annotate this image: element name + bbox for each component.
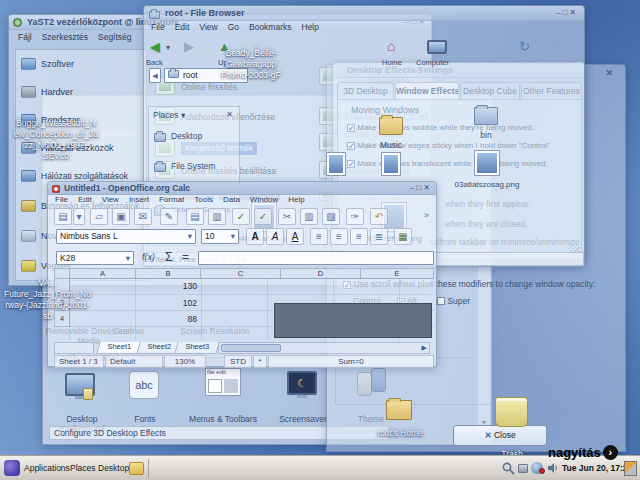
h-scrollbar[interactable]: ▶ xyxy=(218,342,430,354)
align-right-icon[interactable]: ≡ xyxy=(350,228,368,245)
yast-menu-segitseg[interactable]: Segítség xyxy=(93,32,137,42)
calc-menu-help[interactable]: Help xyxy=(283,195,309,204)
yast-menu-fajl[interactable]: Fájl xyxy=(13,32,37,42)
chevron-down-icon[interactable]: ▾ xyxy=(126,252,130,264)
tab-sheet1[interactable]: Sheet1 xyxy=(96,342,141,354)
menu-desktop[interactable]: Desktop xyxy=(98,463,129,473)
calc-menu-tools[interactable]: Tools xyxy=(189,195,218,204)
roots-home-folder-icon[interactable] xyxy=(386,400,412,420)
back-icon[interactable]: ◀ xyxy=(150,39,160,54)
fonts-icon[interactable]: abc xyxy=(129,371,159,399)
file-label-bin[interactable]: bin xyxy=(464,130,508,140)
fb-menu-view[interactable]: View xyxy=(194,22,222,32)
main-menu-icon[interactable] xyxy=(4,460,20,476)
toolbar-overflow-icon[interactable]: » xyxy=(424,210,429,220)
lf-label-screensaver[interactable]: Screensaver xyxy=(273,414,333,424)
close-button[interactable]: ✕ Close xyxy=(453,425,547,446)
new-doc-icon[interactable]: ▤ xyxy=(54,208,72,225)
spellcheck-icon[interactable]: ✓ xyxy=(232,208,250,225)
lf-label-menus-toolbars[interactable]: Menus & Toolbars xyxy=(181,414,265,424)
sum-icon[interactable]: Σ xyxy=(165,250,172,264)
sidebar-item-szoftver[interactable]: Szoftver xyxy=(21,58,74,70)
email-icon[interactable]: ✉ xyxy=(134,208,152,225)
calc-menu-edit[interactable]: Edit xyxy=(73,195,97,204)
calc-menu-file[interactable]: File xyxy=(50,195,73,204)
file-icon-02kocsonya[interactable] xyxy=(381,152,401,176)
file-icon-01kukac[interactable] xyxy=(326,152,346,176)
tab-sheet3[interactable]: Sheet3 xyxy=(174,342,219,354)
file-icon-music[interactable] xyxy=(379,117,403,135)
clock[interactable]: Tue Jun 20, 17:20 xyxy=(562,463,632,473)
fb-menu-go[interactable]: Go xyxy=(223,22,244,32)
chevron-down-icon[interactable]: ▾ xyxy=(188,230,192,243)
close-icon[interactable]: ✕ xyxy=(569,8,578,17)
align-justify-icon[interactable]: ≣ xyxy=(370,228,388,245)
font-size-combo[interactable]: 10▾ xyxy=(201,229,239,244)
close-icon[interactable]: ✕ xyxy=(423,183,432,192)
home-icon[interactable]: ⌂ xyxy=(387,38,395,54)
sheet-nav-buttons[interactable] xyxy=(54,342,94,354)
calc-status-mode[interactable]: STD xyxy=(224,355,252,368)
modifier-super[interactable]: Super xyxy=(437,296,470,306)
calc-menu-view[interactable]: View xyxy=(97,195,124,204)
screensaver-icon[interactable]: ☾ xyxy=(287,371,317,395)
equals-icon[interactable]: = xyxy=(182,250,189,264)
autospellcheck-icon[interactable]: ✓ xyxy=(254,208,272,225)
places-header[interactable]: Places ▾ xyxy=(153,110,185,120)
cell-reference-box[interactable]: K28▾ xyxy=(56,251,134,265)
file-icon-bin[interactable] xyxy=(474,107,498,125)
function-wizard-icon[interactable]: f(x) xyxy=(142,252,155,262)
paste-icon[interactable]: ▨ xyxy=(322,208,340,225)
back-dropdown-icon[interactable]: ▾ xyxy=(166,43,170,52)
menu-applications[interactable]: Applications xyxy=(24,463,70,473)
workspace-switcher[interactable] xyxy=(624,461,637,476)
places-item-file-system[interactable]: File System xyxy=(171,161,215,171)
location-spin-button[interactable]: ◀ xyxy=(149,68,161,83)
yast-menu-szerkesztes[interactable]: Szerkesztés xyxy=(37,32,93,42)
menu-places[interactable]: Places xyxy=(70,463,96,473)
calc-menu-window[interactable]: Window xyxy=(245,195,283,204)
font-name-combo[interactable]: Nimbus Sans L▾ xyxy=(56,229,196,244)
toolbar-home-label[interactable]: Home xyxy=(382,58,402,67)
menus-toolbars-icon[interactable]: file edit xyxy=(205,368,241,396)
fb-window-controls[interactable]: –□✕ xyxy=(556,8,578,17)
tray-device-icon[interactable] xyxy=(518,464,528,473)
new-dropdown-icon[interactable]: ▾ xyxy=(73,208,85,225)
calc-window-controls[interactable]: –□✕ xyxy=(410,183,432,192)
calc-menu-insert[interactable]: Insert xyxy=(124,195,154,204)
h-scroll-thumb[interactable] xyxy=(221,344,281,352)
places-item-desktop[interactable]: Desktop xyxy=(171,131,202,141)
desktop-icon-va[interactable]: VA... Future_Jazz_From_No rway-(Jazzland… xyxy=(0,278,95,322)
desktop-icon-roots-home[interactable]: root's Home xyxy=(360,428,440,439)
calc-menu-format[interactable]: Format xyxy=(154,195,189,204)
italic-icon[interactable]: A xyxy=(266,228,284,245)
fb-menu-file[interactable]: File xyxy=(146,22,170,32)
forward-icon[interactable]: ▶ xyxy=(184,39,194,54)
fb-menu-edit[interactable]: Edit xyxy=(170,22,195,32)
align-left-icon[interactable]: ≡ xyxy=(310,228,328,245)
calc-menu-data[interactable]: Data xyxy=(218,195,245,204)
open-icon[interactable]: ▱ xyxy=(90,208,108,225)
format-paintbrush-icon[interactable]: ✑ xyxy=(346,208,364,225)
print-icon[interactable]: ▤ xyxy=(186,208,204,225)
selected-range[interactable] xyxy=(274,303,432,338)
cut-icon[interactable]: ✂ xyxy=(278,208,296,225)
fb-menu-help[interactable]: Help xyxy=(297,22,324,32)
desktop-icon-bugge[interactable]: Bugge_Wesseltoft_N ew_Conception_of_Ja z… xyxy=(0,118,112,162)
lf-label-fonts[interactable]: Fonts xyxy=(121,414,169,424)
save-icon[interactable]: ▣ xyxy=(112,208,130,225)
undo-icon[interactable]: ↶ xyxy=(370,208,388,225)
cell-b-88[interactable]: 88 xyxy=(135,314,197,324)
fb-menu-bookmarks[interactable]: Bookmarks xyxy=(244,22,297,32)
reload-icon[interactable]: ↻ xyxy=(519,39,530,54)
close-icon[interactable]: ✕ xyxy=(605,68,613,78)
edit-file-icon[interactable]: ✎ xyxy=(160,208,178,225)
file-icon-03atlatszosag[interactable] xyxy=(474,150,500,176)
align-center-icon[interactable]: ≡ xyxy=(330,228,348,245)
computer-icon[interactable] xyxy=(427,40,447,54)
underline-icon[interactable]: A xyxy=(286,228,304,245)
copy-icon[interactable]: ▥ xyxy=(300,208,318,225)
toolbar-computer-label[interactable]: Computer xyxy=(416,58,449,67)
table-borders-icon[interactable]: ▦ xyxy=(394,228,412,245)
toolbar-back-label[interactable]: Back xyxy=(146,58,163,67)
